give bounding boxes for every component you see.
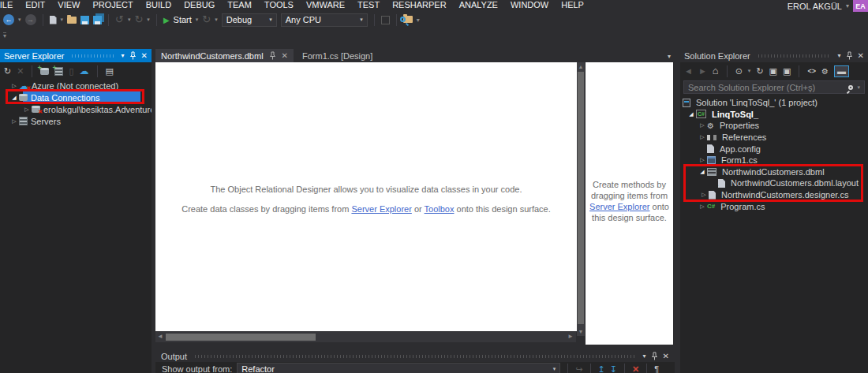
open-folder-icon[interactable] [67,17,77,24]
pending-changes-filter-icon[interactable]: ⊙ [735,66,743,76]
expander-icon[interactable]: ▷ [698,203,707,210]
expander-icon[interactable]: ▷ [22,106,32,113]
close-icon[interactable]: ✕ [858,52,864,60]
menu-tools[interactable]: TOOLS [258,0,300,10]
platform-combobox[interactable]: Any CPU▾ [281,13,368,27]
expander-icon[interactable]: ◢ [698,169,707,175]
scroll-right-icon[interactable]: ► [567,333,574,340]
menu-team[interactable]: TEAM [221,0,258,10]
menu-debug[interactable]: DEBUG [178,0,221,10]
data-connection-icon[interactable]: ▯ [69,66,73,76]
new-file-icon[interactable] [50,16,57,24]
find-message-icon[interactable]: ↪ [575,364,582,373]
undo-dropdown-icon[interactable]: ▾ [128,17,131,23]
tree-item-dbml-layout[interactable]: NorthwindCustomers.dbml.layout [709,177,868,189]
find-in-files-icon[interactable] [403,15,413,24]
expander-icon[interactable]: ▷ [698,157,707,163]
vertical-scrollbar[interactable]: ▲ ▼ [577,62,585,336]
server-explorer-link[interactable]: Server Explorer [351,204,411,214]
connect-to-server-icon[interactable] [54,67,63,76]
navigate-back-icon[interactable]: ← [3,14,14,25]
clear-all-icon[interactable]: ✕ [632,364,639,373]
tree-item-project[interactable]: ◢ C# LinqToSql_ [687,109,868,121]
tree-item-program-cs[interactable]: ▷ C# Program.cs [698,200,868,212]
start-debug-icon[interactable]: ▶ [163,16,170,24]
window-position-icon[interactable]: ▾ [838,52,841,59]
collapse-all-icon[interactable]: ▣ [783,66,791,76]
attach-icon[interactable] [381,16,390,24]
output-source-combobox[interactable]: Refactor▾ [237,363,560,373]
tab-form1-design[interactable]: Form1.cs [Design] [294,49,381,62]
preview-selected-items-toggle[interactable]: ▬ [834,65,849,77]
toolbar-overflow-left-icon[interactable]: ▾ [3,32,6,39]
pin-icon[interactable] [846,51,853,60]
user-dropdown-icon[interactable]: ▾ [846,2,849,9]
back-icon[interactable]: ◄ [684,66,693,76]
tree-item-northwindcustomers-dbml[interactable]: ◢ NorthwindCustomers.dbml [698,166,868,178]
properties-icon[interactable]: ⚙ [821,67,829,76]
window-position-icon[interactable]: ▾ [122,52,125,59]
methods-pane[interactable]: Create methods by dragging items from Se… [586,62,673,345]
sync-selection-icon[interactable]: ↻ [756,66,763,76]
redo-icon[interactable]: ↻ [134,15,143,24]
tree-item-app-config[interactable]: App.config [698,143,868,155]
menu-view[interactable]: VIEW [51,0,86,10]
close-icon[interactable]: ✕ [663,352,669,360]
horizontal-scroll-thumb[interactable] [166,334,316,341]
navigate-back-dropdown-icon[interactable]: ▾ [18,17,21,23]
tab-list-dropdown-icon[interactable]: ▾ [668,53,671,60]
show-all-files-icon[interactable]: ▣ [769,66,777,76]
tree-item-dbml-designer[interactable]: ▷ NorthwindCustomers.designer.cs [709,189,868,201]
menu-project[interactable]: PROJECT [86,0,139,10]
server-explorer-link[interactable]: Server Explorer [589,202,649,211]
toolbox-link[interactable]: Toolbox [425,204,455,214]
tab-northwindcustomers-dbml[interactable]: NorthwindCustomers.dbml ✕ [155,49,294,62]
scroll-left-icon[interactable]: ◄ [157,333,163,340]
expander-icon[interactable]: ▷ [9,118,19,125]
undo-icon[interactable]: ↺ [115,15,124,24]
search-solution-explorer-input[interactable]: Search Solution Explorer (Ctrl+ş) ▾ [683,80,865,94]
settings-icon[interactable]: ▤ [106,66,114,76]
tree-item-properties[interactable]: ▷ ⚙ Properties [698,120,868,132]
solution-explorer-titlebar[interactable]: Solution Explorer ▾ ✕ [680,49,868,62]
output-titlebar[interactable]: Output ▾ ✕ [155,350,675,362]
forward-icon[interactable]: ► [698,66,707,76]
expander-icon[interactable]: ▷ [698,122,707,129]
server-explorer-titlebar[interactable]: Server Explorer ▾ ✕ [0,49,152,62]
or-designer-surface[interactable]: The Object Relational Designer allows yo… [155,62,577,331]
new-file-dropdown-icon[interactable]: ▾ [61,17,64,23]
menu-help[interactable]: HELP [555,0,590,10]
tree-item-servers[interactable]: ▷ Servers [0,115,152,127]
expander-icon[interactable]: ◢ [687,111,696,117]
next-message-icon[interactable]: ↧ [610,364,617,373]
save-all-icon[interactable] [93,16,102,24]
tree-item-azure[interactable]: ▷ ☁ Azure (Not connected) [0,80,152,91]
view-code-icon[interactable]: <> [807,66,816,76]
menu-test[interactable]: TEST [351,0,386,10]
expander-icon[interactable]: ◢ [9,95,19,101]
save-icon[interactable] [80,16,89,24]
filter-dropdown-icon[interactable]: ▾ [748,68,751,74]
menu-build[interactable]: BUILD [140,0,178,10]
menu-window[interactable]: WINDOW [504,0,555,10]
refresh-icon[interactable]: ↻ [4,66,11,76]
tree-item-solution[interactable]: Solution 'LinqToSql_' (1 project) [680,97,868,109]
home-icon[interactable]: ⌂ [713,66,719,76]
pin-icon[interactable] [651,352,658,360]
azure-cloud-icon[interactable]: ☁ [80,67,89,75]
tree-item-data-connections[interactable]: ◢ Data Connections [0,91,152,103]
tab-close-icon[interactable]: ✕ [282,52,288,60]
expander-icon[interactable]: ▷ [698,134,707,140]
window-position-icon[interactable]: ▾ [643,352,646,360]
menu-edit[interactable]: EDIT [19,0,51,10]
connect-to-database-icon[interactable] [40,68,49,75]
avatar[interactable]: EA [853,0,868,12]
word-wrap-icon[interactable]: ¶ [654,364,659,373]
horizontal-scrollbar[interactable]: ◄ ► [155,332,576,342]
tree-item-database-connection[interactable]: ▷ erolakgul\besiktas.Adventure [0,103,152,115]
delete-icon[interactable]: ✕ [17,66,24,76]
menu-vmware[interactable]: VMWARE [300,0,351,10]
menu-resharper[interactable]: RESHARPER [386,0,452,10]
navigate-forward-icon[interactable]: → [25,14,36,25]
user-name[interactable]: EROL AKGÜL [788,2,842,11]
